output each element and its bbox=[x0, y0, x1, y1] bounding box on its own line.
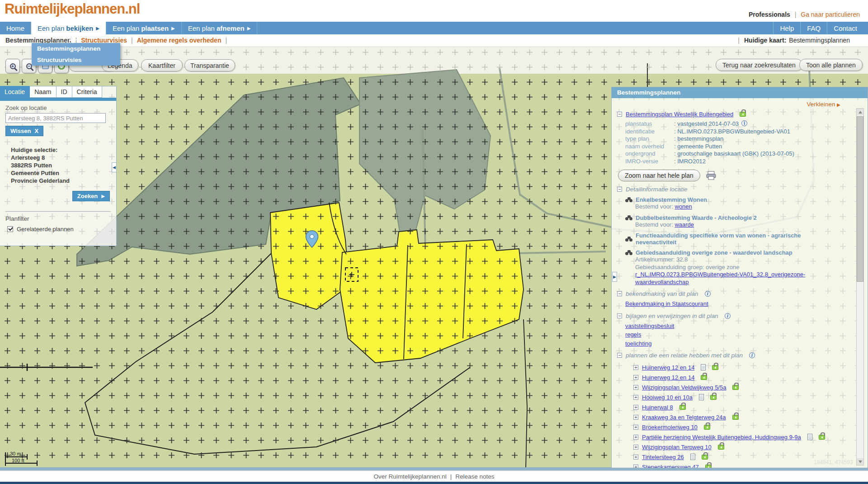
footer-link[interactable]: Release notes bbox=[455, 473, 494, 480]
expand-box-icon[interactable] bbox=[633, 365, 638, 370]
collapse-box-icon[interactable] bbox=[617, 187, 622, 192]
toolbar-button[interactable]: Toon alle plannen bbox=[799, 59, 863, 71]
attribute-label: planstatus bbox=[625, 120, 674, 128]
related-plan-row: Partiële herziening Westelijk Buitengebi… bbox=[633, 432, 843, 442]
section-detailinfo: Detailinformatie locatie bbox=[617, 186, 843, 193]
document-icon[interactable] bbox=[807, 434, 812, 440]
arrow-down-icon bbox=[859, 460, 862, 463]
nav-item-text-bold: plaatsen bbox=[141, 24, 169, 32]
section-announcement: bekendmaking van dit plan i bbox=[617, 290, 843, 297]
clear-button[interactable]: WissenX bbox=[5, 126, 43, 136]
search-button[interactable]: Zoeken▶ bbox=[72, 191, 110, 201]
binoculars-icon[interactable] bbox=[625, 215, 632, 220]
expand-box-icon[interactable] bbox=[633, 375, 638, 380]
toolbar-button[interactable]: Transparantie bbox=[184, 59, 235, 71]
binoculars-icon[interactable] bbox=[625, 250, 632, 255]
document-icon[interactable] bbox=[690, 454, 695, 460]
toolbar-button[interactable]: Kaartfilter bbox=[141, 59, 183, 71]
collapse-box-icon[interactable] bbox=[617, 291, 622, 296]
toolbar-button[interactable]: Terug naar zoekresultaten bbox=[716, 59, 802, 71]
search-location-label: Zoek op locatie bbox=[5, 104, 111, 111]
related-plan-link[interactable]: Hooiweg 10 en 10a bbox=[642, 394, 693, 401]
zoom-in-button[interactable]: + bbox=[5, 59, 20, 73]
section-link[interactable]: Bekendmaking in Staatscourant bbox=[625, 300, 708, 308]
plan-panel-expand-handle[interactable]: ▶ bbox=[612, 272, 617, 282]
nav-help-item[interactable]: Help bbox=[773, 22, 800, 34]
nav-item[interactable]: Een plan bekijken ▶ bbox=[31, 22, 106, 34]
nav-item[interactable]: Een plan afnemen ▶ bbox=[182, 22, 258, 34]
expand-box-icon[interactable] bbox=[633, 415, 638, 420]
search-tab[interactable]: Locatie bbox=[0, 86, 30, 98]
expand-box-icon[interactable] bbox=[633, 455, 638, 460]
expand-box-icon[interactable] bbox=[633, 445, 638, 450]
nav-help-item[interactable]: FAQ bbox=[800, 22, 827, 34]
info-icon[interactable]: i bbox=[725, 313, 731, 319]
attribute-label: type plan bbox=[625, 135, 674, 143]
info-icon[interactable]: i bbox=[749, 352, 755, 358]
scrollbar-thumb[interactable] bbox=[857, 116, 863, 282]
related-plan-link[interactable]: Stenenkamersweg 47 bbox=[642, 464, 699, 469]
section-link[interactable]: vaststellingsbesluit bbox=[625, 322, 674, 330]
collapse-box-icon[interactable] bbox=[617, 313, 622, 318]
related-plan-link[interactable]: Partiële herziening Westelijk Buitengebi… bbox=[642, 434, 801, 441]
print-icon[interactable] bbox=[706, 171, 717, 180]
info-icon[interactable]: i bbox=[705, 291, 711, 297]
dropdown-item[interactable]: Structuurvisies bbox=[32, 54, 120, 66]
expand-box-icon[interactable] bbox=[633, 385, 638, 390]
expand-box-icon[interactable] bbox=[633, 465, 638, 469]
document-icon[interactable] bbox=[699, 394, 704, 400]
scroll-down-button[interactable] bbox=[857, 458, 863, 465]
related-plan-link[interactable]: Broekermolenweg 10 bbox=[642, 424, 698, 431]
section-link[interactable]: toelichting bbox=[625, 340, 652, 348]
section-link[interactable]: regels bbox=[625, 331, 641, 339]
nav-help-item[interactable]: Contact bbox=[827, 22, 863, 34]
search-button-arrow: ▶ bbox=[101, 194, 105, 199]
related-plan-link[interactable]: Tintelersteeg 26 bbox=[642, 454, 684, 460]
expand-box-icon[interactable] bbox=[633, 435, 638, 440]
scroll-up-button[interactable] bbox=[857, 109, 863, 115]
detail-line-link[interactable]: r_NL.IMRO.0273.BPBGWBuitengebied-VA01_32… bbox=[635, 271, 805, 285]
expand-box-icon[interactable] bbox=[633, 425, 638, 430]
related-plan-link[interactable]: Huinerweg 12 en 14 bbox=[642, 364, 694, 371]
detail-lines: Bestemd voor: waarde bbox=[625, 221, 843, 229]
plan-title-link[interactable]: Bestemmingsplan Westelijk Buitengebied bbox=[626, 111, 733, 118]
location-search-input[interactable] bbox=[5, 113, 106, 123]
footer-link[interactable]: Over Ruimtelijkeplannen.nl bbox=[373, 473, 446, 480]
expand-box-icon[interactable] bbox=[633, 405, 638, 410]
binoculars-icon[interactable] bbox=[625, 237, 632, 242]
collapse-box-icon[interactable] bbox=[617, 112, 622, 117]
related-plans-checkbox[interactable] bbox=[7, 226, 13, 232]
footer-accent-bar bbox=[0, 482, 868, 484]
zoom-to-plan-button[interactable]: Zoom naar het hele plan bbox=[618, 170, 700, 181]
expand-box-icon[interactable] bbox=[633, 395, 638, 400]
selection-lines: Arlersteeg 83882RS PuttenGemeente Putten… bbox=[11, 154, 111, 185]
document-icon[interactable] bbox=[701, 364, 706, 370]
site-logo[interactable]: Ruimtelijkeplannen.nl bbox=[5, 1, 140, 17]
search-tab[interactable]: Naam bbox=[30, 86, 56, 98]
dropdown-item[interactable]: Bestemmingsplannen bbox=[32, 43, 120, 54]
related-plan-link[interactable]: Wijzigingsplan Terpweg 10 bbox=[642, 444, 712, 451]
panel-collapse-link[interactable]: Verkleinen ▶ bbox=[807, 101, 840, 108]
attribute-value: : IMRO2012 bbox=[674, 158, 706, 166]
breadcrumb-item[interactable]: Algemene regels overheden bbox=[137, 37, 222, 44]
search-button-label: Zoeken bbox=[77, 193, 98, 199]
nav-item[interactable]: Een plan plaatsen ▶ bbox=[106, 22, 182, 34]
search-tab[interactable]: Criteria bbox=[72, 86, 102, 98]
chevron-right-icon: ▶ bbox=[96, 26, 99, 31]
info-icon[interactable]: i bbox=[741, 120, 747, 126]
related-plan-row: Broekermolenweg 10 bbox=[633, 422, 843, 432]
search-tab[interactable]: ID bbox=[57, 86, 72, 98]
audience-switch-link[interactable]: Ga naar particulieren bbox=[801, 11, 860, 18]
related-plan-link[interactable]: Kraakweg 3a en Telgterweg 24a bbox=[642, 414, 726, 421]
collapse-box-icon[interactable] bbox=[617, 353, 622, 358]
related-plan-link[interactable]: Huinerwal 8 bbox=[642, 404, 673, 411]
binoculars-icon[interactable] bbox=[625, 197, 632, 202]
related-plan-link[interactable]: Huinerweg 12 en 14 bbox=[642, 374, 694, 381]
detail-line-link[interactable]: waarde bbox=[675, 221, 694, 228]
nav-help-label: Contact bbox=[834, 24, 857, 32]
detail-line-link[interactable]: wonen bbox=[675, 203, 692, 210]
nav-item-home[interactable]: Home bbox=[0, 22, 31, 34]
related-plan-link[interactable]: Wijzigingsplan Veldwijkweg 5/5a bbox=[642, 384, 726, 391]
panel-scrollbar[interactable] bbox=[856, 108, 864, 465]
search-panel-collapse-handle[interactable]: ◀ bbox=[112, 162, 117, 172]
